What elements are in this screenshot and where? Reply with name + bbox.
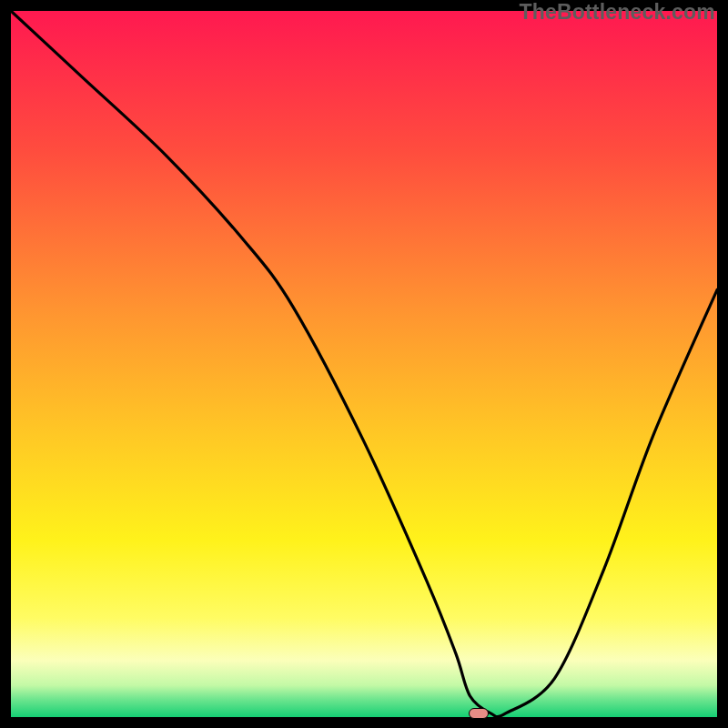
- optimal-marker: [469, 708, 489, 719]
- watermark-label: TheBottleneck.com: [519, 0, 715, 25]
- plot-area: [11, 11, 717, 717]
- chart-svg: [11, 11, 717, 717]
- gradient-background: [11, 11, 717, 717]
- chart-container: TheBottleneck.com: [0, 0, 728, 728]
